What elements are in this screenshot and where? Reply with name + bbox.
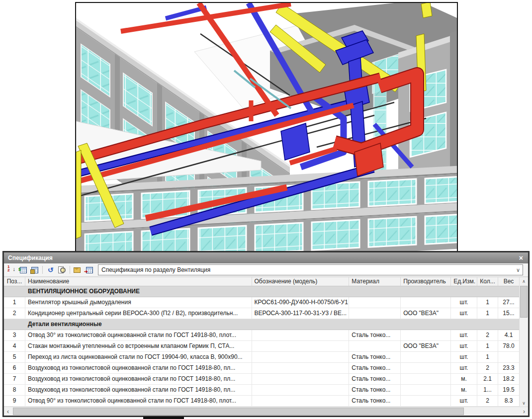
cell-name: Отвод 90° из тонколистовой оцинкованной …: [25, 396, 252, 406]
cell-pos: 7: [4, 374, 25, 384]
cell-qty: 1: [477, 308, 498, 319]
column-header-weight[interactable]: Вес: [498, 277, 520, 286]
column-header-unit[interactable]: Ед.Изм.: [451, 277, 477, 286]
cell-model: КРОС61-090-ДУ400-Н-00750/6-У1: [252, 297, 350, 308]
cell-material: [349, 308, 401, 319]
table-row[interactable]: 1Вентилятор крышный дымоудаленияКРОС61-0…: [4, 297, 520, 308]
export-envelope-icon: [74, 267, 81, 273]
table-row[interactable]: 7Воздуховод из тонколистовой оцинкованно…: [4, 374, 520, 385]
export-button[interactable]: [73, 265, 83, 275]
cell-pos: 3: [4, 330, 25, 340]
table-row[interactable]: 4Стакан монтажный утепленный со встроенн…: [4, 341, 520, 352]
table-row[interactable]: 8Воздуховод из тонколистовой оцинкованно…: [4, 385, 520, 396]
group-row[interactable]: Детали вентиляционные: [4, 319, 520, 330]
cell-pos: [4, 286, 25, 297]
cell-unit: шт.: [451, 308, 477, 319]
cell-unit: м.: [451, 385, 477, 395]
update-button[interactable]: ↺: [45, 265, 56, 275]
chevron-down-icon: ∨: [514, 267, 523, 273]
cell-weight: 4.1: [498, 330, 520, 340]
cell-manufacturer: ООО "ВЕЗА": [401, 308, 451, 319]
vertical-scrollbar[interactable]: ∧ ∨: [519, 277, 528, 407]
scroll-down-icon[interactable]: ∨: [520, 399, 528, 407]
table-header-row: Поз...НаименованиеОбозначение (модель)Ма…: [4, 277, 520, 286]
cell-material: [349, 297, 401, 308]
sort-button[interactable]: 12 ↓: [6, 265, 17, 275]
spec-table: Поз...НаименованиеОбозначение (модель)Ма…: [4, 277, 528, 416]
cell-qty: 1: [477, 352, 498, 362]
scroll-up-icon[interactable]: ∧: [520, 277, 528, 285]
cell-pos: 6: [4, 363, 25, 373]
group-title: ВЕНТИЛЯЦИОННОЕ ОБОРУДОВАНИЕ: [25, 286, 520, 297]
panel-title: Спецификация: [8, 254, 518, 261]
column-header-qty[interactable]: Кол...: [477, 277, 498, 286]
cell-weight: 19.5: [498, 385, 520, 395]
vertical-scroll-thumb[interactable]: [520, 286, 528, 318]
cell-pos: 9: [4, 396, 25, 406]
sort-az-icon: 12: [7, 265, 9, 272]
cell-qty: 2.1: [477, 374, 498, 384]
cell-material: Сталь тонко...: [349, 374, 401, 384]
cell-pos: 5: [4, 352, 25, 362]
cell-unit: шт.: [451, 396, 477, 406]
group-row[interactable]: ВЕНТИЛЯЦИОННОЕ ОБОРУДОВАНИЕ: [4, 286, 520, 297]
toolbar-separator: [42, 266, 43, 274]
cell-model: [252, 396, 350, 406]
spec-table-body: ВЕНТИЛЯЦИОННОЕ ОБОРУДОВАНИЕ1Вентилятор к…: [4, 286, 520, 407]
column-header-material[interactable]: Материал: [349, 277, 401, 286]
scroll-left-icon[interactable]: ‹: [4, 408, 12, 415]
table-row[interactable]: 9Отвод 90° из тонколистовой оцинкованной…: [4, 396, 520, 407]
cell-material: Сталь тонко...: [349, 363, 401, 373]
cell-unit: шт.: [451, 297, 477, 308]
cell-material: Сталь тонко...: [349, 385, 401, 395]
cell-weight: 18.2: [498, 374, 520, 384]
column-header-pos[interactable]: Поз...: [4, 277, 25, 286]
horizontal-scroll-thumb[interactable]: [13, 408, 464, 415]
cell-weight: 27...: [498, 297, 520, 308]
cell-qty: 2: [477, 330, 498, 340]
cell-model: [252, 363, 350, 373]
scroll-right-icon[interactable]: ›: [520, 408, 528, 415]
magnifier-icon: [60, 267, 66, 273]
recalculate-table-button[interactable]: $: [18, 265, 28, 275]
cell-unit: шт.: [451, 330, 477, 340]
cell-name: Вентилятор крышный дымоудаления: [25, 297, 252, 308]
cell-material: Сталь тонко...: [349, 330, 401, 340]
save-table-button[interactable]: [29, 265, 40, 275]
cell-manufacturer: ООО "ВЕЗА": [401, 341, 451, 351]
table-row[interactable]: 2Кондиционер центральный серии ВЕРОСА-30…: [4, 308, 520, 319]
table-row[interactable]: 5Переход из листа оцинкованной стали по …: [4, 352, 520, 363]
table-row[interactable]: 6Воздуховод из тонколистовой оцинкованно…: [4, 363, 520, 374]
cell-unit: шт.: [451, 352, 477, 362]
cell-manufacturer: [401, 374, 451, 384]
cell-model: ВЕРОСА-300-117-00-31-У3 / ВЕ...: [252, 308, 350, 319]
cell-qty: 1...: [477, 385, 498, 395]
toolbar-separator: [70, 266, 70, 274]
column-header-model[interactable]: Обозначение (модель): [252, 277, 350, 286]
building-model-render: [76, 3, 457, 266]
column-header-manufacturer[interactable]: Производитель: [401, 277, 451, 286]
cell-qty: 2: [477, 363, 498, 373]
cell-name: Воздуховод из тонколистовой оцинкованной…: [25, 363, 252, 373]
cell-material: [349, 341, 401, 351]
cell-weight: [498, 352, 520, 362]
cell-material: Сталь тонко...: [349, 352, 401, 362]
cell-manufacturer: [401, 330, 451, 340]
export-table-button[interactable]: ➜: [84, 265, 94, 275]
panel-titlebar[interactable]: Спецификация ×: [4, 252, 528, 263]
table-row[interactable]: 3Отвод 30° из тонколистовой оцинкованной…: [4, 330, 520, 341]
cell-unit: шт.: [451, 363, 477, 373]
preview-button[interactable]: [57, 265, 67, 275]
close-icon[interactable]: ×: [518, 254, 524, 261]
cell-model: [252, 385, 350, 395]
cell-model: [252, 374, 350, 384]
group-title: Детали вентиляционные: [25, 319, 520, 330]
cell-manufacturer: [401, 297, 451, 308]
viewport-3d[interactable]: [75, 2, 458, 267]
cell-name: Стакан монтажный утепленный со встроенны…: [25, 341, 252, 351]
column-header-name[interactable]: Наименование: [25, 277, 252, 286]
cell-qty: 1: [477, 341, 498, 351]
spec-section-select[interactable]: Спецификация по разделу Вентиляция ∨: [98, 264, 523, 275]
horizontal-scrollbar[interactable]: ‹ ›: [4, 407, 528, 416]
panel-toolbar: 12 ↓ $ ↺ ➜ Спецификация по разделу Венти…: [4, 263, 528, 277]
